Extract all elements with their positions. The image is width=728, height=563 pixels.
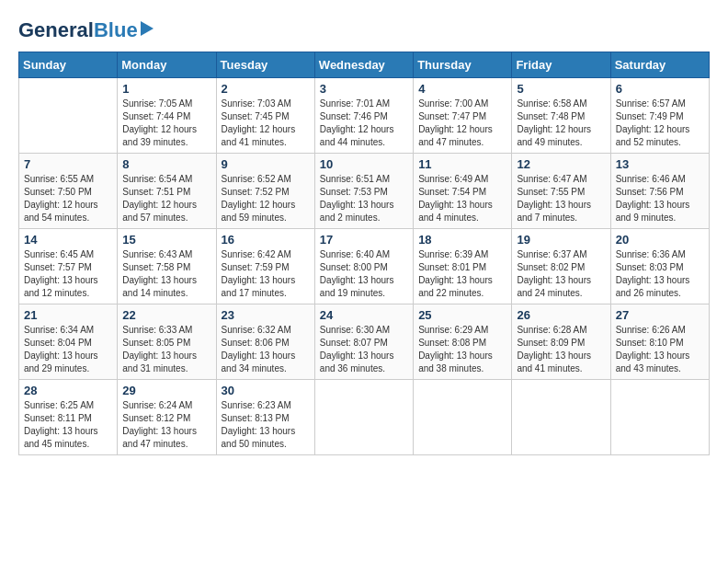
calendar-cell: 22 Sunrise: 6:33 AMSunset: 8:05 PMDaylig… (118, 304, 216, 380)
calendar-cell: 25 Sunrise: 6:29 AMSunset: 8:08 PMDaylig… (414, 304, 512, 380)
calendar-cell: 29 Sunrise: 6:24 AMSunset: 8:12 PMDaylig… (118, 380, 216, 455)
weekday-header-saturday: Saturday (610, 52, 709, 78)
day-number: 8 (122, 157, 210, 171)
logo-blue: Blue (94, 18, 138, 42)
day-info: Sunrise: 7:01 AMSunset: 7:46 PMDaylight:… (320, 98, 408, 149)
day-number: 10 (320, 157, 408, 171)
weekday-header-monday: Monday (118, 52, 216, 78)
day-info: Sunrise: 6:32 AMSunset: 8:06 PMDaylight:… (222, 324, 310, 375)
day-info: Sunrise: 6:25 AMSunset: 8:11 PMDaylight:… (24, 399, 112, 451)
day-number: 21 (24, 308, 112, 322)
day-number: 17 (320, 233, 408, 247)
day-number: 25 (418, 308, 506, 322)
logo-arrow-icon (141, 21, 154, 36)
calendar-cell: 15 Sunrise: 6:43 AMSunset: 7:58 PMDaylig… (118, 229, 216, 304)
day-info: Sunrise: 6:40 AMSunset: 8:00 PMDaylight:… (320, 248, 408, 300)
day-info: Sunrise: 6:51 AMSunset: 7:53 PMDaylight:… (320, 173, 408, 224)
day-number: 11 (418, 157, 506, 171)
weekday-header-wednesday: Wednesday (314, 52, 413, 78)
day-info: Sunrise: 6:29 AMSunset: 8:08 PMDaylight:… (418, 324, 506, 375)
day-number: 13 (616, 157, 704, 171)
day-number: 3 (320, 82, 408, 96)
day-info: Sunrise: 6:26 AMSunset: 8:10 PMDaylight:… (616, 324, 704, 375)
week-row-1: 1 Sunrise: 7:05 AMSunset: 7:44 PMDayligh… (19, 78, 710, 154)
day-number: 7 (24, 157, 112, 171)
calendar-cell: 13 Sunrise: 6:46 AMSunset: 7:56 PMDaylig… (610, 154, 709, 229)
day-number: 14 (24, 233, 112, 247)
day-number: 1 (122, 82, 210, 96)
calendar-cell: 21 Sunrise: 6:34 AMSunset: 8:04 PMDaylig… (19, 304, 118, 380)
calendar-cell (19, 78, 118, 154)
week-row-2: 7 Sunrise: 6:55 AMSunset: 7:50 PMDayligh… (19, 154, 710, 229)
calendar-cell: 1 Sunrise: 7:05 AMSunset: 7:44 PMDayligh… (118, 78, 216, 154)
calendar-cell (610, 380, 709, 455)
calendar-cell: 24 Sunrise: 6:30 AMSunset: 8:07 PMDaylig… (314, 304, 413, 380)
day-number: 28 (24, 384, 112, 397)
weekday-header-tuesday: Tuesday (216, 52, 314, 78)
weekday-header-friday: Friday (512, 52, 610, 78)
day-number: 30 (222, 384, 310, 397)
day-number: 2 (222, 82, 310, 96)
day-number: 12 (517, 157, 605, 171)
calendar-cell: 30 Sunrise: 6:23 AMSunset: 8:13 PMDaylig… (216, 380, 314, 455)
calendar-cell: 6 Sunrise: 6:57 AMSunset: 7:49 PMDayligh… (610, 78, 709, 154)
calendar-cell: 2 Sunrise: 7:03 AMSunset: 7:45 PMDayligh… (216, 78, 314, 154)
day-info: Sunrise: 6:24 AMSunset: 8:12 PMDaylight:… (122, 399, 210, 451)
day-number: 29 (122, 384, 210, 397)
calendar-cell: 19 Sunrise: 6:37 AMSunset: 8:02 PMDaylig… (512, 229, 610, 304)
day-number: 5 (517, 82, 605, 96)
day-info: Sunrise: 6:45 AMSunset: 7:57 PMDaylight:… (24, 248, 112, 300)
page-header: General Blue (18, 18, 710, 42)
calendar-cell: 14 Sunrise: 6:45 AMSunset: 7:57 PMDaylig… (19, 229, 118, 304)
day-info: Sunrise: 6:36 AMSunset: 8:03 PMDaylight:… (616, 248, 704, 300)
day-number: 19 (517, 233, 605, 247)
calendar-cell: 5 Sunrise: 6:58 AMSunset: 7:48 PMDayligh… (512, 78, 610, 154)
day-info: Sunrise: 6:30 AMSunset: 8:07 PMDaylight:… (320, 324, 408, 375)
calendar-cell: 7 Sunrise: 6:55 AMSunset: 7:50 PMDayligh… (19, 154, 118, 229)
day-number: 4 (418, 82, 506, 96)
calendar-cell: 17 Sunrise: 6:40 AMSunset: 8:00 PMDaylig… (314, 229, 413, 304)
day-number: 20 (616, 233, 704, 247)
day-info: Sunrise: 6:33 AMSunset: 8:05 PMDaylight:… (122, 324, 210, 375)
calendar-cell: 16 Sunrise: 6:42 AMSunset: 7:59 PMDaylig… (216, 229, 314, 304)
week-row-3: 14 Sunrise: 6:45 AMSunset: 7:57 PMDaylig… (19, 229, 710, 304)
calendar-table: SundayMondayTuesdayWednesdayThursdayFrid… (18, 52, 710, 455)
calendar-cell: 11 Sunrise: 6:49 AMSunset: 7:54 PMDaylig… (414, 154, 512, 229)
day-info: Sunrise: 6:54 AMSunset: 7:51 PMDaylight:… (122, 173, 210, 224)
calendar-cell: 27 Sunrise: 6:26 AMSunset: 8:10 PMDaylig… (610, 304, 709, 380)
day-number: 23 (222, 308, 310, 322)
calendar-cell: 8 Sunrise: 6:54 AMSunset: 7:51 PMDayligh… (118, 154, 216, 229)
day-info: Sunrise: 7:03 AMSunset: 7:45 PMDaylight:… (222, 98, 310, 149)
day-info: Sunrise: 6:49 AMSunset: 7:54 PMDaylight:… (418, 173, 506, 224)
day-info: Sunrise: 6:23 AMSunset: 8:13 PMDaylight:… (222, 399, 310, 451)
calendar-cell: 28 Sunrise: 6:25 AMSunset: 8:11 PMDaylig… (19, 380, 118, 455)
calendar-cell: 20 Sunrise: 6:36 AMSunset: 8:03 PMDaylig… (610, 229, 709, 304)
weekday-header-thursday: Thursday (414, 52, 512, 78)
calendar-cell (512, 380, 610, 455)
day-info: Sunrise: 7:00 AMSunset: 7:47 PMDaylight:… (418, 98, 506, 149)
calendar-cell (314, 380, 413, 455)
calendar-cell: 9 Sunrise: 6:52 AMSunset: 7:52 PMDayligh… (216, 154, 314, 229)
day-number: 15 (122, 233, 210, 247)
day-info: Sunrise: 6:39 AMSunset: 8:01 PMDaylight:… (418, 248, 506, 300)
day-info: Sunrise: 6:42 AMSunset: 7:59 PMDaylight:… (222, 248, 310, 300)
day-info: Sunrise: 6:52 AMSunset: 7:52 PMDaylight:… (222, 173, 310, 224)
day-number: 22 (122, 308, 210, 322)
calendar-cell: 3 Sunrise: 7:01 AMSunset: 7:46 PMDayligh… (314, 78, 413, 154)
calendar-cell: 4 Sunrise: 7:00 AMSunset: 7:47 PMDayligh… (414, 78, 512, 154)
day-number: 24 (320, 308, 408, 322)
day-info: Sunrise: 6:43 AMSunset: 7:58 PMDaylight:… (122, 248, 210, 300)
week-row-5: 28 Sunrise: 6:25 AMSunset: 8:11 PMDaylig… (19, 380, 710, 455)
logo-general: General (18, 18, 94, 42)
day-info: Sunrise: 6:57 AMSunset: 7:49 PMDaylight:… (616, 98, 704, 149)
calendar-cell: 10 Sunrise: 6:51 AMSunset: 7:53 PMDaylig… (314, 154, 413, 229)
day-info: Sunrise: 6:55 AMSunset: 7:50 PMDaylight:… (24, 173, 112, 224)
day-number: 26 (517, 308, 605, 322)
week-row-4: 21 Sunrise: 6:34 AMSunset: 8:04 PMDaylig… (19, 304, 710, 380)
day-info: Sunrise: 7:05 AMSunset: 7:44 PMDaylight:… (122, 98, 210, 149)
day-info: Sunrise: 6:34 AMSunset: 8:04 PMDaylight:… (24, 324, 112, 375)
day-info: Sunrise: 6:58 AMSunset: 7:48 PMDaylight:… (517, 98, 605, 149)
day-number: 16 (222, 233, 310, 247)
day-info: Sunrise: 6:46 AMSunset: 7:56 PMDaylight:… (616, 173, 704, 224)
day-info: Sunrise: 6:37 AMSunset: 8:02 PMDaylight:… (517, 248, 605, 300)
